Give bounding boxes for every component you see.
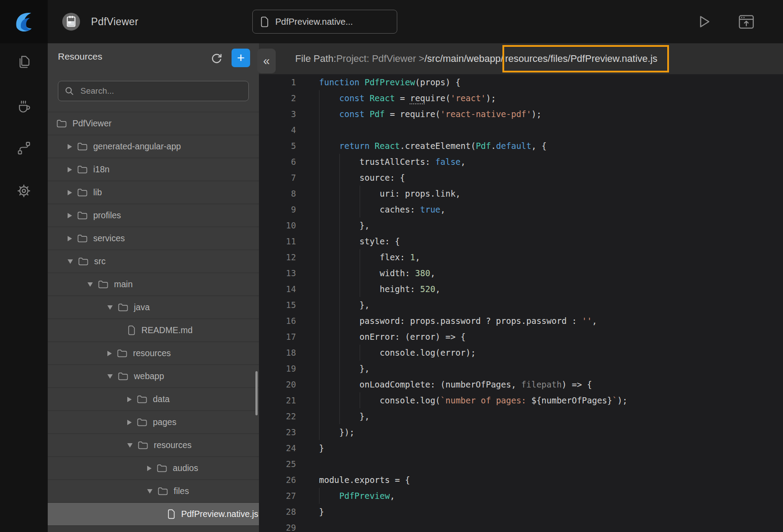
tree-item-label: i18n — [93, 164, 110, 175]
code-line[interactable]: 23 }); — [259, 424, 783, 440]
code-line[interactable]: 2 const React = require('react'); — [259, 90, 783, 106]
line-number: 17 — [259, 329, 296, 345]
code-line[interactable]: 26module.exports = { — [259, 472, 783, 488]
chevron-down-icon[interactable] — [107, 305, 113, 310]
code-line[interactable]: 4 — [259, 122, 783, 138]
code-line[interactable]: 25 — [259, 456, 783, 472]
tree-item-files[interactable]: files — [48, 479, 259, 502]
add-resource-button[interactable]: + — [232, 49, 250, 67]
code-line[interactable]: 13 width: 380, — [259, 265, 783, 281]
line-number: 1 — [259, 74, 296, 90]
code-line-content: }, — [319, 297, 369, 313]
code-line[interactable]: 29 — [259, 520, 783, 532]
code-line[interactable]: 5 return React.createElement(Pdf.default… — [259, 138, 783, 154]
tree-item-i18n[interactable]: i18n — [48, 158, 259, 181]
code-line[interactable]: 21 console.log(`number of pages: ${numbe… — [259, 392, 783, 408]
line-number: 8 — [259, 186, 296, 201]
publish-button[interactable] — [736, 11, 756, 32]
code-line[interactable]: 1function PdfPreview(props) { — [259, 74, 783, 90]
tree-item-src[interactable]: src — [48, 250, 259, 273]
code-line[interactable]: 22 }, — [259, 408, 783, 424]
search-input[interactable] — [80, 86, 242, 96]
tree-item-lib[interactable]: lib — [48, 181, 259, 204]
code-line[interactable]: 17 onError: (error) => { — [259, 329, 783, 345]
code-line[interactable]: 12 flex: 1, — [259, 249, 783, 265]
code-line[interactable]: 14 height: 520, — [259, 281, 783, 297]
code-line[interactable]: 8 uri: props.link, — [259, 186, 783, 201]
line-number: 27 — [259, 488, 296, 504]
tree-item-services[interactable]: services — [48, 227, 259, 250]
line-number: 11 — [259, 233, 296, 249]
code-line-content: PdfPreview, — [319, 488, 395, 504]
line-number: 16 — [259, 313, 296, 329]
tree-item-resources[interactable]: resources — [48, 342, 259, 365]
tree-item-audios[interactable]: audios — [48, 456, 259, 479]
chevron-right-icon[interactable] — [68, 213, 72, 218]
code-line[interactable]: 28} — [259, 504, 783, 520]
documents-icon[interactable] — [15, 53, 33, 72]
code-line[interactable]: 20 onLoadComplete: (numberOfPages, filep… — [259, 376, 783, 392]
chevron-right-icon[interactable] — [68, 190, 72, 195]
settings-gear-icon[interactable] — [14, 181, 34, 201]
tree-item-resources[interactable]: resources — [48, 433, 259, 456]
chevron-right-icon[interactable] — [68, 236, 72, 241]
code-editor[interactable]: 1function PdfPreview(props) {2 const Rea… — [259, 74, 783, 532]
app-logo[interactable] — [0, 0, 48, 43]
flow-connector-icon[interactable] — [15, 139, 33, 157]
tree-item-readme-md[interactable]: README.md — [48, 319, 259, 342]
indent-guides — [319, 201, 379, 217]
chevron-right-icon[interactable] — [147, 466, 152, 471]
code-line[interactable]: 24} — [259, 440, 783, 456]
code-line[interactable]: 27 PdfPreview, — [259, 488, 783, 504]
coffee-cup-icon[interactable] — [14, 95, 34, 115]
code-line[interactable]: 10 }, — [259, 217, 783, 233]
tree-item-label: webapp — [134, 371, 164, 381]
tree-item-partial[interactable] — [48, 525, 259, 532]
code-line[interactable]: 7 source: { — [259, 170, 783, 186]
chevron-down-icon[interactable] — [107, 374, 113, 379]
tree-item-label: resources — [154, 440, 192, 450]
code-line[interactable]: 6 trustAllCerts: false, — [259, 154, 783, 170]
chevron-down-icon[interactable] — [127, 443, 133, 448]
code-line[interactable]: 3 const Pdf = require('react-native-pdf'… — [259, 106, 783, 122]
chevron-down-icon[interactable] — [87, 282, 93, 287]
collapse-panel-button[interactable]: « — [257, 49, 276, 73]
code-line-content: const Pdf = require('react-native-pdf'); — [319, 106, 541, 122]
chevron-right-icon[interactable] — [68, 167, 72, 172]
line-number: 12 — [259, 249, 296, 265]
file-icon — [127, 325, 136, 335]
code-line[interactable]: 16 password: props.password ? props.pass… — [259, 313, 783, 329]
tree-item-label: data — [153, 394, 170, 404]
chevron-down-icon[interactable] — [147, 489, 152, 494]
indent-guides — [319, 424, 338, 440]
chevron-right-icon[interactable] — [127, 420, 132, 425]
line-number: 20 — [259, 376, 296, 392]
tree-item-java[interactable]: java — [48, 296, 259, 319]
tree-item-profiles[interactable]: profiles — [48, 204, 259, 227]
tree-item-label: java — [134, 302, 150, 312]
tree-item-pdfpreview-native-js[interactable]: PdfPreview.native.js — [48, 502, 259, 525]
indent-guides — [319, 345, 379, 361]
tree-item-pdfviewer[interactable]: PdfViewer — [48, 112, 259, 135]
app-title: PdfViewer — [91, 16, 138, 28]
code-line[interactable]: 11 style: { — [259, 233, 783, 249]
tree-item-data[interactable]: data — [48, 388, 259, 410]
refresh-icon[interactable] — [209, 51, 224, 65]
run-button[interactable] — [695, 12, 713, 31]
tree-item-main[interactable]: main — [48, 273, 259, 296]
code-line[interactable]: 18 console.log(error); — [259, 345, 783, 361]
code-line[interactable]: 19 }, — [259, 361, 783, 376]
open-file-tab[interactable]: PdfPreview.native... — [252, 10, 397, 34]
indent-guides — [319, 170, 359, 186]
chevron-right-icon[interactable] — [68, 144, 72, 149]
line-number: 21 — [259, 392, 296, 408]
code-line[interactable]: 15 }, — [259, 297, 783, 313]
chevron-down-icon[interactable] — [68, 259, 73, 264]
chevron-right-icon[interactable] — [107, 351, 112, 356]
tree-scrollbar-thumb[interactable] — [255, 371, 258, 415]
tree-item-pages[interactable]: pages — [48, 410, 259, 433]
chevron-right-icon[interactable] — [127, 397, 132, 402]
tree-item-generated-angular-app[interactable]: generated-angular-app — [48, 135, 259, 158]
code-line[interactable]: 9 caches: true, — [259, 201, 783, 217]
tree-item-webapp[interactable]: webapp — [48, 365, 259, 388]
